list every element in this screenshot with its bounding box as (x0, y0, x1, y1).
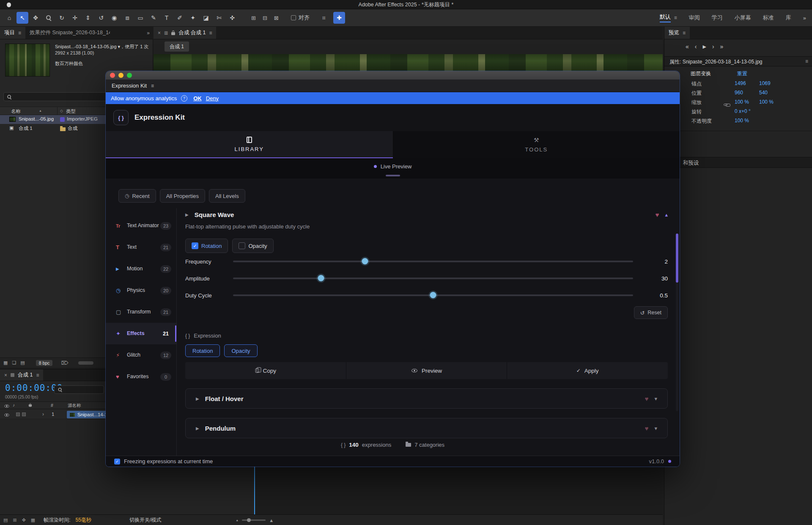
tab-project[interactable]: 项目 ≡ (0, 27, 25, 39)
roto-brush-tool[interactable]: ✄ (213, 12, 225, 24)
tab-tools[interactable]: ⚒ TOOLS (393, 131, 680, 158)
panel-menu-icon[interactable]: ≡ (18, 30, 21, 36)
link-icon[interactable] (724, 104, 727, 106)
opacity-target-toggle[interactable]: Opacity (232, 239, 273, 253)
footer-slider[interactable] (78, 361, 93, 365)
close-icon[interactable]: × (158, 30, 161, 36)
puppet-pin-tool[interactable]: ✜ (226, 12, 238, 24)
tab-composition[interactable]: × ▥ 合成 合成 1 ≡ (154, 27, 216, 39)
workspace-tab-default[interactable]: 默认 (660, 13, 671, 22)
pen-tool[interactable]: ✎ (148, 12, 159, 24)
status-icon-1[interactable]: ▤ (3, 517, 8, 523)
tool-option-3[interactable]: ⊠ (274, 15, 279, 21)
delete-icon[interactable]: ⌦ (61, 360, 68, 366)
mask-tool-option[interactable]: ⌗ (318, 12, 330, 24)
layer-swatch-1[interactable] (16, 412, 20, 416)
filter-all-levels[interactable]: All Levels (209, 189, 245, 203)
zoom-in-mountain-icon[interactable]: ▲ (269, 518, 274, 523)
type-tool[interactable]: T (161, 12, 173, 24)
category-motion[interactable]: ▶ Motion 22 (106, 258, 176, 280)
layer-swatch-2[interactable] (22, 412, 26, 416)
frequency-knob[interactable] (362, 258, 368, 264)
tab-overflow-icon[interactable]: » (147, 30, 150, 36)
collapse-chevron-icon[interactable]: ▴ (665, 212, 668, 218)
dolly-camera-tool[interactable]: ⇕ (82, 12, 94, 24)
banner-deny-link[interactable]: Deny (206, 95, 219, 102)
workspace-tab-libraries[interactable]: 库 (786, 14, 791, 22)
label-column-icon[interactable]: ◆ (29, 403, 32, 407)
anchor-y-value[interactable]: 1069 (759, 80, 771, 86)
lock-icon[interactable] (171, 32, 175, 35)
position-x-value[interactable]: 960 (735, 90, 743, 96)
window-menu-icon[interactable]: ≡ (151, 83, 154, 89)
play-button[interactable]: ▶ (702, 44, 706, 49)
category-glitch[interactable]: ⚡ Glitch 12 (106, 344, 176, 366)
square-wave-header[interactable]: ▶ Square Wave ♥ ▴ (185, 208, 668, 221)
favorite-heart-icon[interactable]: ♥ (656, 211, 659, 218)
timeline-search-input[interactable] (54, 385, 104, 394)
minimize-traffic-light[interactable] (118, 73, 123, 78)
workspace-tab-standard[interactable]: 标准 (763, 14, 774, 22)
category-effects[interactable]: ✦ Effects 21 (106, 323, 176, 344)
bpc-button[interactable]: 8 bpc (36, 360, 53, 366)
status-icon-2[interactable]: ⊞ (13, 517, 16, 523)
clone-stamp-tool[interactable]: ✦ (187, 12, 199, 24)
favorite-heart-icon[interactable]: ♥ (645, 425, 649, 432)
zoom-out-mountain-icon[interactable]: ▲ (236, 519, 239, 522)
snapping-toggle[interactable]: ✚ (333, 12, 345, 24)
eraser-tool[interactable]: ◪ (200, 12, 212, 24)
banner-ok-link[interactable]: OK (193, 95, 202, 102)
project-flowchart-icon[interactable]: ▦ (3, 360, 8, 366)
tab-timeline-comp[interactable]: × 合成 1 ≡ (0, 369, 43, 381)
preview-button[interactable]: Preview (346, 368, 507, 374)
orbit-camera-tool[interactable]: ↻ (56, 12, 68, 24)
layer-visibility-icon[interactable] (4, 414, 9, 417)
column-type[interactable]: 类型 (66, 108, 76, 115)
freeze-checkbox[interactable]: ✓ (114, 459, 120, 465)
pan-camera-tool[interactable]: ✛ (69, 12, 81, 24)
rotate-tool[interactable]: ↺ (95, 12, 107, 24)
category-transform[interactable]: ▢ Transform 21 (106, 301, 176, 323)
duty-cycle-knob[interactable] (430, 292, 436, 298)
toggle-switches-label[interactable]: 切换开关/模式 (129, 517, 161, 524)
pendulum-card[interactable]: ▶ Pendulum ♥ ▾ (185, 418, 668, 438)
go-to-start-button[interactable]: « (686, 43, 689, 50)
zoom-traffic-light[interactable] (127, 73, 132, 78)
index-column-label[interactable]: # (51, 403, 53, 408)
brush-tool[interactable]: ✐ (174, 12, 186, 24)
timeline-menu-icon[interactable]: ≡ (36, 372, 39, 378)
viewer-menu-icon[interactable]: ≡ (209, 30, 212, 36)
tab-library[interactable]: LIBRARY (106, 131, 393, 158)
workspace-menu-icon[interactable]: ≡ (674, 15, 677, 21)
window-titlebar[interactable] (106, 71, 680, 80)
tool-option-1[interactable]: ⊞ (251, 15, 256, 21)
category-favorites[interactable]: ♥ Favorites 0 (106, 366, 176, 388)
preview-menu-icon[interactable]: ≡ (683, 30, 686, 36)
category-physics[interactable]: ◷ Physics 20 (106, 280, 176, 301)
drag-handle[interactable] (386, 175, 400, 176)
apply-button[interactable]: ✓ Apply (507, 368, 668, 374)
rotation-checkbox[interactable]: ✓ (192, 242, 198, 249)
status-icon-3[interactable]: ✥ (22, 517, 26, 523)
column-name[interactable]: 名称 (11, 108, 21, 115)
float-hover-card[interactable]: ▶ Float / Hover ♥ ▾ (185, 388, 668, 409)
expand-chevron-icon[interactable]: ▾ (654, 396, 657, 402)
shape-tool[interactable]: ▭ (134, 12, 146, 24)
content-scrollbar[interactable] (676, 234, 678, 411)
frequency-slider[interactable] (233, 261, 633, 262)
expression-pill-rotation[interactable]: Rotation (185, 344, 220, 357)
zoom-tool[interactable] (43, 12, 55, 24)
sort-icon[interactable]: ▲ (39, 109, 42, 112)
next-frame-button[interactable]: › (712, 43, 714, 50)
layer-expander-icon[interactable]: › (42, 411, 44, 417)
hand-tool[interactable]: ✥ (30, 12, 41, 24)
effects-presets-partial-label[interactable]: 和预设 (683, 159, 699, 167)
filter-all-properties[interactable]: All Properties (160, 189, 205, 203)
category-text-animator[interactable]: Tr Text Animator 23 (106, 215, 176, 236)
timeline-zoom-slider[interactable] (242, 520, 266, 521)
status-icon-4[interactable]: ▦ (31, 517, 35, 523)
reset-button[interactable]: ↺ Reset (634, 306, 668, 319)
help-icon[interactable]: ? (181, 95, 187, 102)
new-comp-icon[interactable]: ▤ (20, 360, 25, 366)
reset-link[interactable]: 重置 (737, 70, 747, 77)
